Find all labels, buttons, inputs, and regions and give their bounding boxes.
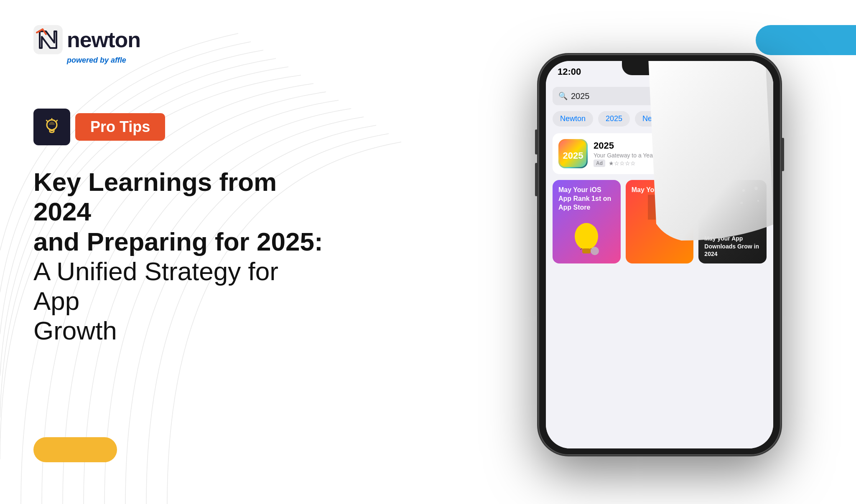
phone-volume-down-button	[535, 163, 538, 196]
search-suggestions: Newton 2025 New Year App S...	[553, 111, 767, 127]
card-cac-text: May Yo CAC Be...	[632, 186, 688, 195]
badge-label: Pro Tips	[75, 113, 165, 141]
logo-row: newton	[33, 25, 140, 54]
svg-point-21	[591, 247, 599, 255]
phone-notch	[622, 61, 697, 75]
svg-rect-11	[734, 70, 736, 75]
card-rank-1st: May Your iOS App Rank 1st on App Store	[553, 180, 621, 263]
stars-decoration	[737, 184, 762, 209]
app-icon-2025: 2025	[558, 139, 588, 168]
app-cards-row: May Your iOS App Rank 1st on App Store	[553, 180, 767, 263]
battery-icon	[750, 69, 762, 75]
appstore-content: 🔍 2025 ✕ Newton 2025 New Year App S...	[546, 83, 773, 448]
status-icons	[729, 69, 762, 75]
svg-point-17	[575, 223, 598, 250]
badge-icon-box	[33, 109, 70, 145]
app-stars: ★☆☆☆☆	[609, 160, 636, 167]
svg-text:2025: 2025	[563, 150, 583, 161]
balloon-icon	[570, 222, 603, 259]
search-clear-icon[interactable]: ✕	[754, 91, 761, 101]
suggestion-newton[interactable]: Newton	[553, 111, 593, 127]
newton-logo-icon	[33, 25, 63, 54]
heading-text: Key Learnings from 2024 and Preparing fo…	[33, 167, 326, 346]
svg-line-7	[46, 120, 47, 121]
brand-name: newton	[67, 27, 140, 52]
card-downloads: May your App Downloads Grow in 2024	[698, 180, 767, 263]
get-button[interactable]: GET	[729, 146, 761, 162]
app-info: 2025 Your Gateway to a Year of iOS App G…	[594, 140, 723, 167]
powered-by: powered by affle	[67, 56, 126, 65]
svg-point-25	[740, 202, 743, 204]
svg-line-8	[56, 120, 57, 121]
suggestion-2025[interactable]: 2025	[598, 111, 630, 127]
card-cac: May Yo CAC Be...	[626, 180, 694, 263]
yellow-pill-decoration	[33, 437, 117, 462]
search-query: 2025	[571, 91, 590, 101]
suggestion-newyear[interactable]: New Year	[635, 111, 682, 127]
phone-screen: 12:00	[546, 61, 773, 448]
suggestion-apps[interactable]: App S...	[687, 111, 729, 127]
svg-rect-10	[731, 71, 733, 75]
svg-rect-18	[582, 248, 591, 253]
svg-point-24	[757, 200, 759, 202]
svg-rect-0	[33, 25, 63, 54]
card-rank-text: May Your iOS App Rank 1st on App Store	[558, 186, 615, 212]
lightbulb-icon	[41, 117, 62, 137]
svg-rect-14	[751, 70, 759, 74]
wifi-icon	[741, 69, 747, 74]
card-downloads-text: May your App Downloads Grow in 2024	[704, 235, 761, 258]
phone-outer: 12:00	[530, 50, 789, 459]
search-icon: 🔍	[558, 91, 568, 101]
app-result-2025: 2025 2025 Your Gateway to a Year of iOS …	[553, 133, 767, 174]
svg-rect-13	[760, 71, 762, 73]
main-heading: Key Learnings from 2024 and Preparing fo…	[33, 167, 326, 350]
ad-badge: Ad	[594, 160, 605, 167]
svg-line-19	[580, 248, 582, 250]
phone-volume-up-button	[535, 129, 538, 154]
svg-rect-9	[729, 72, 731, 75]
app-name: 2025	[594, 140, 723, 151]
status-time: 12:00	[558, 66, 581, 77]
app-meta: Ad ★☆☆☆☆	[594, 160, 723, 167]
logo-area: newton powered by affle	[33, 25, 140, 65]
search-bar[interactable]: 🔍 2025 ✕	[553, 87, 767, 105]
phone-power-button	[782, 138, 784, 171]
phone-frame: 12:00	[538, 54, 781, 455]
svg-point-23	[754, 187, 758, 190]
phone-mockup-area: 12:00	[488, 25, 831, 484]
app-desc: Your Gateway to a Year of iOS App Gro...	[594, 152, 723, 159]
signal-icon	[729, 69, 738, 75]
svg-point-22	[742, 189, 745, 192]
pro-tips-badge: Pro Tips	[33, 109, 165, 145]
